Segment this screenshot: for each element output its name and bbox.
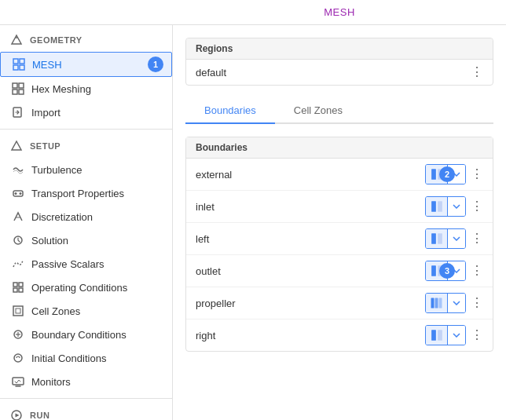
boundary-more-inlet[interactable]: ⋮ (471, 200, 483, 213)
boundary-more-outlet[interactable]: ⋮ (471, 265, 483, 277)
boundary-row-outlet: outlet 3 ⋮ (186, 255, 493, 287)
tabs-row: Boundaries Cell Zones (185, 98, 493, 124)
boundary-more-external[interactable]: ⋮ (471, 168, 483, 181)
sidebar-item-boundary-conditions[interactable]: Boundary Conditions (0, 323, 172, 346)
page-title: MESH (185, 6, 493, 18)
solution-icon (11, 233, 25, 247)
type-icon-propeller (426, 294, 448, 312)
initial-conditions-label: Initial Conditions (31, 352, 106, 364)
sidebar-item-monitors[interactable]: Monitors (0, 370, 172, 393)
svg-rect-26 (431, 201, 436, 212)
tab-cell-zones[interactable]: Cell Zones (275, 98, 361, 124)
type-selector-inlet[interactable] (425, 196, 466, 217)
type-dropdown-left[interactable] (448, 229, 465, 248)
run-icon (9, 408, 24, 420)
region-row: default ⋮ (186, 60, 493, 85)
svg-rect-33 (434, 298, 438, 309)
sidebar-item-cell-zones[interactable]: Cell Zones (0, 299, 172, 323)
hex-meshing-label: Hex Meshing (31, 83, 91, 95)
setup-label: SETUP (30, 141, 60, 151)
type-dropdown-propeller[interactable] (448, 294, 465, 312)
sidebar-item-solution[interactable]: Solution (0, 228, 172, 252)
sidebar-item-passive-scalars[interactable]: Passive Scalars (0, 252, 172, 276)
type-selector-left[interactable] (425, 228, 466, 249)
svg-rect-7 (13, 89, 17, 94)
boundary-conditions-label: Boundary Conditions (31, 329, 126, 341)
svg-rect-36 (438, 330, 442, 341)
svg-rect-17 (19, 288, 23, 292)
boundary-row-left: left ⋮ (186, 223, 493, 255)
region-more-button[interactable]: ⋮ (471, 66, 483, 79)
svg-rect-14 (13, 283, 17, 287)
boundary-row-external: external 2 ⋮ (186, 159, 493, 191)
transport-icon (11, 186, 25, 200)
boundary-controls-left: ⋮ (425, 228, 483, 249)
regions-section: Regions default ⋮ (185, 38, 493, 86)
boundary-row-right: right ⋮ (186, 320, 493, 351)
solution-label: Solution (31, 235, 68, 247)
tab-boundaries[interactable]: Boundaries (185, 98, 275, 124)
import-icon (11, 105, 25, 119)
svg-rect-2 (20, 59, 24, 64)
monitors-label: Monitors (31, 376, 71, 388)
sidebar-item-turbulence[interactable]: Turbulence (0, 158, 172, 181)
sidebar-item-hex-meshing[interactable]: Hex Meshing (0, 77, 172, 100)
type-selector-right[interactable] (425, 325, 466, 345)
monitors-icon (11, 374, 25, 389)
svg-rect-4 (20, 65, 24, 70)
mesh-badge: 1 (148, 57, 163, 72)
boundary-name-propeller: propeller (196, 298, 425, 309)
svg-rect-29 (438, 233, 442, 244)
type-selector-propeller[interactable] (425, 293, 466, 313)
sidebar-item-import[interactable]: Import (0, 100, 172, 124)
svg-rect-15 (19, 283, 23, 287)
svg-point-11 (15, 192, 17, 195)
boundary-row-propeller: propeller ⋮ (186, 287, 493, 320)
sidebar-item-transport-properties[interactable]: Transport Properties (0, 181, 172, 205)
boundary-badge-outlet: 3 (439, 263, 455, 279)
svg-rect-16 (13, 288, 17, 292)
type-dropdown-right[interactable] (448, 326, 465, 345)
geometry-icon (9, 33, 24, 47)
passive-scalars-icon (11, 257, 25, 271)
boundary-name-right: right (196, 330, 425, 341)
boundary-more-right[interactable]: ⋮ (471, 329, 483, 341)
svg-rect-6 (19, 83, 24, 88)
sidebar-item-discretization[interactable]: Discretization (0, 205, 172, 228)
svg-rect-32 (431, 298, 434, 309)
svg-rect-28 (431, 233, 436, 244)
sidebar-section-run[interactable]: RUN (0, 404, 172, 420)
content-area: Regions default ⋮ Boundaries Cell Zones … (173, 25, 506, 420)
svg-rect-34 (438, 298, 442, 309)
import-label: Import (31, 107, 60, 119)
setup-icon (9, 139, 24, 153)
sidebar-section-setup[interactable]: SETUP (0, 134, 172, 158)
boundary-more-left[interactable]: ⋮ (471, 232, 483, 245)
svg-rect-35 (431, 330, 436, 341)
svg-rect-1 (13, 59, 18, 64)
boundary-conditions-icon (11, 327, 25, 341)
operating-conditions-label: Operating Conditions (31, 282, 127, 294)
sidebar: GEOMETRY MESH 1 (0, 25, 173, 420)
mesh-label: MESH (32, 59, 62, 71)
operating-conditions-icon (11, 280, 25, 294)
svg-rect-8 (19, 89, 24, 94)
region-name: default (196, 67, 226, 79)
sidebar-item-initial-conditions[interactable]: Initial Conditions (0, 346, 172, 370)
svg-rect-5 (13, 83, 17, 88)
turbulence-label: Turbulence (31, 164, 82, 176)
turbulence-icon (11, 163, 25, 177)
boundary-controls-right: ⋮ (425, 325, 483, 345)
initial-conditions-icon (11, 351, 25, 365)
boundary-more-propeller[interactable]: ⋮ (471, 297, 483, 309)
regions-header: Regions (186, 38, 493, 60)
boundary-badge-external: 2 (439, 166, 455, 182)
type-icon-right (426, 326, 448, 345)
discretization-label: Discretization (31, 211, 93, 223)
sidebar-item-mesh[interactable]: MESH 1 (0, 52, 172, 77)
type-dropdown-inlet[interactable] (448, 197, 465, 216)
sidebar-item-operating-conditions[interactable]: Operating Conditions (0, 276, 172, 299)
sidebar-section-geometry[interactable]: GEOMETRY (0, 28, 172, 52)
boundary-controls-inlet: ⋮ (425, 196, 483, 217)
main-layout: GEOMETRY MESH 1 (0, 25, 506, 420)
